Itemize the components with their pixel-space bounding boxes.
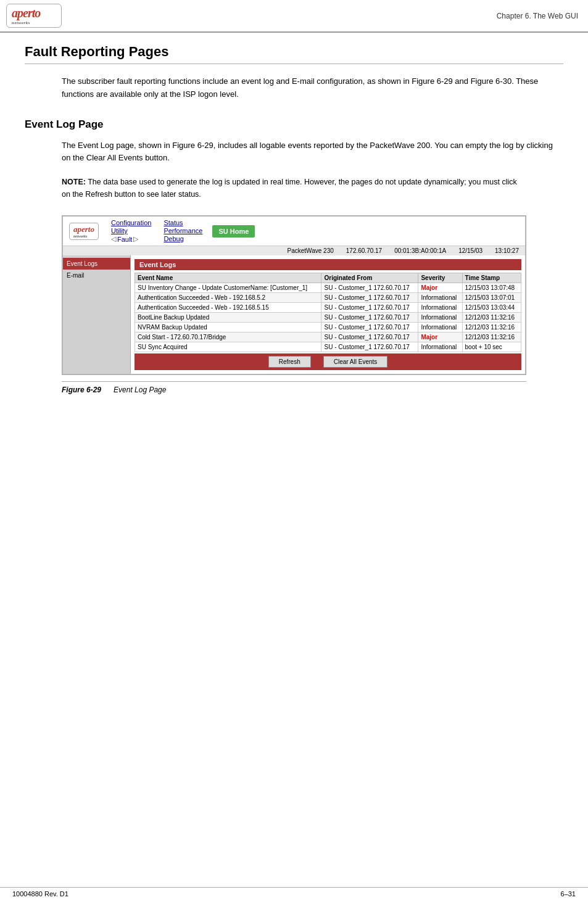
cell-from: SU - Customer_1 172.60.70.17 — [321, 323, 418, 332]
gui-logo-subtext: networks — [73, 234, 94, 238]
nav-fault[interactable]: ◁ Fault ▷ — [111, 235, 151, 243]
cell-severity: Major — [418, 283, 462, 293]
device-info-bar: PacketWave 230 172.60.70.17 00:01:3B:A0:… — [63, 246, 525, 255]
cell-event-name: SU Sync Acquired — [135, 342, 321, 352]
device-date: 12/15/03 — [458, 247, 482, 254]
table-row: SU Sync Acquired SU - Customer_1 172.60.… — [135, 342, 521, 352]
table-row: NVRAM Backup Updated SU - Customer_1 172… — [135, 323, 521, 332]
content-title: Event Logs — [135, 259, 521, 270]
figure-container: aperto networks Configuration Utility ◁ … — [62, 215, 526, 375]
cell-timestamp: 12/15/03 13:07:01 — [462, 293, 521, 303]
gui-nav: Configuration Utility ◁ Fault ▷ Status P… — [111, 219, 202, 243]
button-bar: Refresh Clear All Events — [135, 353, 521, 370]
sidebar-item-email[interactable]: E-mail — [63, 270, 130, 281]
cell-timestamp: boot + 10 sec — [462, 342, 521, 352]
fault-label: Fault — [117, 236, 132, 243]
cell-from: SU - Customer_1 172.60.70.17 — [321, 293, 418, 303]
cell-severity: Major — [418, 332, 462, 342]
logo-box: aperto networks — [6, 4, 62, 28]
gui-nav-col-right: Status Performance Debug — [164, 219, 202, 243]
gui-mockup: aperto networks Configuration Utility ◁ … — [62, 216, 526, 374]
device-mac: 00:01:3B:A0:00:1A — [394, 247, 446, 254]
figure-title: Event Log Page — [114, 386, 166, 394]
sidebar-item-event-logs[interactable]: Event Logs — [63, 258, 130, 270]
cell-severity: Informational — [418, 342, 462, 352]
cell-event-name: SU Inventory Change - Update CustomerNam… — [135, 283, 321, 293]
su-home-button[interactable]: SU Home — [212, 225, 255, 237]
logo-subtext: networks — [12, 20, 40, 25]
table-header-row: Event Name Originated From Severity Time… — [135, 273, 521, 283]
nav-utility[interactable]: Utility — [111, 227, 151, 234]
col-event-name: Event Name — [135, 273, 321, 283]
gui-nav-col-left: Configuration Utility ◁ Fault ▷ — [111, 219, 151, 243]
note-label: NOTE: — [62, 178, 86, 186]
col-timestamp: Time Stamp — [462, 273, 521, 283]
table-row: BootLine Backup Updated SU - Customer_1 … — [135, 313, 521, 323]
cell-timestamp: 12/12/03 11:32:16 — [462, 323, 521, 332]
page-header: aperto networks Chapter 6. The Web GUI — [0, 0, 588, 33]
cell-from: SU - Customer_1 172.60.70.17 — [321, 342, 418, 352]
table-row: Authentication Succeeded - Web - 192.168… — [135, 293, 521, 303]
subsection-title: Event Log Page — [25, 118, 563, 131]
device-model: PacketWave 230 — [288, 247, 334, 254]
cell-timestamp: 12/12/03 11:32:16 — [462, 332, 521, 342]
device-time: 13:10:27 — [495, 247, 519, 254]
logo-area: aperto networks — [0, 4, 62, 28]
nav-status[interactable]: Status — [164, 219, 202, 226]
fault-arrow-right: ▷ — [133, 235, 138, 243]
figure-caption: Figure 6-29 Event Log Page — [62, 381, 526, 394]
col-originated-from: Originated From — [321, 273, 418, 283]
cell-event-name: Cold Start - 172.60.70.17/Bridge — [135, 332, 321, 342]
nav-debug[interactable]: Debug — [164, 235, 202, 242]
footer-left: 10004880 Rev. D1 — [12, 890, 68, 898]
cell-event-name: Authentication Succeeded - Web - 192.168… — [135, 293, 321, 303]
cell-from: SU - Customer_1 172.60.70.17 — [321, 283, 418, 293]
body-section: The Event Log page, shown in Figure 6-29… — [62, 139, 563, 165]
chapter-label: Chapter 6. The Web GUI — [497, 12, 578, 20]
page-footer: 10004880 Rev. D1 6–31 — [0, 887, 588, 900]
device-ip: 172.60.70.17 — [346, 247, 382, 254]
note-block: NOTE: The data base used to generate the… — [62, 176, 526, 200]
figure-label: Figure 6-29 — [62, 386, 101, 394]
nav-configuration[interactable]: Configuration — [111, 219, 151, 226]
logo-wordmark: aperto — [12, 6, 40, 20]
table-row: Cold Start - 172.60.70.17/Bridge SU - Cu… — [135, 332, 521, 342]
clear-events-button[interactable]: Clear All Events — [323, 356, 388, 368]
cell-from: SU - Customer_1 172.60.70.17 — [321, 313, 418, 323]
note-text: The data base used to generate the log i… — [62, 178, 517, 199]
gui-top-bar: aperto networks Configuration Utility ◁ … — [63, 217, 525, 246]
col-severity: Severity — [418, 273, 462, 283]
gui-sidebar: Event Logs E-mail — [63, 255, 131, 374]
refresh-button[interactable]: Refresh — [268, 356, 311, 368]
cell-event-name: NVRAM Backup Updated — [135, 323, 321, 332]
body-text: The Event Log page, shown in Figure 6-29… — [62, 139, 563, 165]
cell-event-name: BootLine Backup Updated — [135, 313, 321, 323]
cell-from: SU - Customer_1 172.60.70.17 — [321, 332, 418, 342]
cell-from: SU - Customer_1 172.60.70.17 — [321, 303, 418, 313]
cell-timestamp: 12/12/03 11:32:16 — [462, 313, 521, 323]
table-row: SU Inventory Change - Update CustomerNam… — [135, 283, 521, 293]
section-title: Fault Reporting Pages — [25, 44, 563, 64]
main-content: Fault Reporting Pages The subscriber fau… — [0, 33, 588, 437]
nav-performance[interactable]: Performance — [164, 227, 202, 234]
cell-timestamp: 12/15/03 13:03:44 — [462, 303, 521, 313]
gui-main-area: Event Logs E-mail Event Logs Event Name … — [63, 255, 525, 374]
intro-text: The subscriber fault reporting functions… — [62, 75, 563, 101]
cell-severity: Informational — [418, 293, 462, 303]
cell-severity: Informational — [418, 303, 462, 313]
gui-content-area: Event Logs Event Name Originated From Se… — [131, 255, 525, 374]
intro-body: The subscriber fault reporting functions… — [62, 75, 563, 101]
fault-arrow-left: ◁ — [111, 235, 116, 243]
footer-right: 6–31 — [561, 890, 576, 898]
event-log-table: Event Name Originated From Severity Time… — [135, 273, 521, 352]
logo-text: aperto networks — [12, 6, 40, 25]
cell-event-name: Authentication Succeeded - Web - 192.168… — [135, 303, 321, 313]
cell-severity: Informational — [418, 323, 462, 332]
cell-severity: Informational — [418, 313, 462, 323]
cell-timestamp: 12/15/03 13:07:48 — [462, 283, 521, 293]
table-row: Authentication Succeeded - Web - 192.168… — [135, 303, 521, 313]
gui-logo: aperto networks — [69, 223, 99, 240]
